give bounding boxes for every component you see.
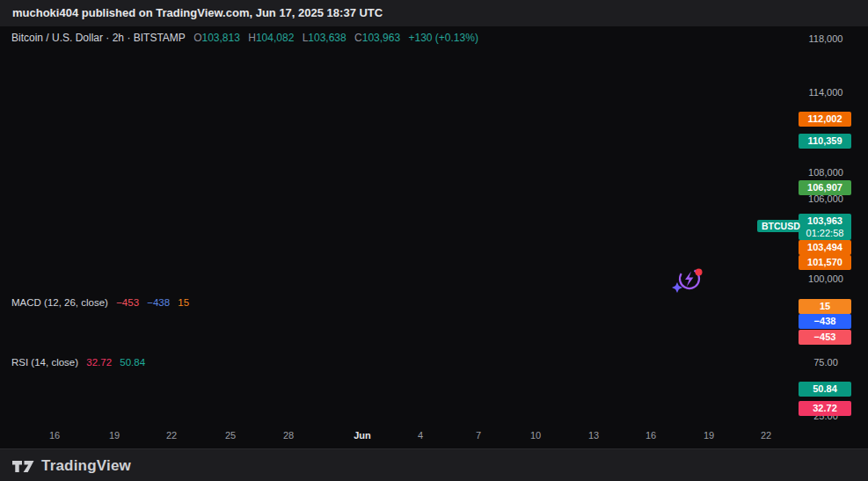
open-value: 103,813 [202,32,240,44]
change-value: +130 (+0.13%) [408,32,478,44]
live-refresh-icon[interactable] [671,262,706,295]
tradingview-logo-icon [11,460,35,473]
rsi-legend: RSI (14, close) 32.72 50.84 [11,357,145,368]
macd-title: MACD (12, 26, close) [11,297,108,308]
high-value: 104,082 [256,32,294,44]
rsi-value: 32.72 [86,357,112,368]
chart-canvas[interactable] [0,0,868,481]
high-label: H [248,32,256,44]
rsi-ma-value: 50.84 [120,357,145,368]
close-value: 103,963 [362,32,400,44]
symbol-title: Bitcoin / U.S. Dollar · 2h · BITSTAMP [11,32,186,44]
macd-line-value: −438 [147,297,170,308]
tradingview-logo[interactable]: TradingView [11,457,131,475]
macd-signal-value: 15 [178,297,189,308]
attribution-text: muchoki404 published on TradingView.com,… [12,6,383,19]
tradingview-logo-text: TradingView [41,457,131,475]
time-scale[interactable] [0,425,868,448]
rsi-title: RSI (14, close) [11,357,78,368]
low-value: 103,638 [308,32,346,44]
close-label: C [354,32,362,44]
price-pane-legend: Bitcoin / U.S. Dollar · 2h · BITSTAMP O1… [11,32,478,44]
footer-bar: TradingView [0,448,868,481]
price-scale[interactable] [756,26,868,425]
macd-hist-value: −453 [116,297,139,308]
macd-legend: MACD (12, 26, close) −453 −438 15 [11,297,189,308]
open-label: O [193,32,201,44]
lightning-icon [685,272,693,288]
notification-dot [696,269,703,276]
attribution-bar: muchoki404 published on TradingView.com,… [0,0,868,26]
tradingview-chart-screenshot: muchoki404 published on TradingView.com,… [0,0,868,481]
